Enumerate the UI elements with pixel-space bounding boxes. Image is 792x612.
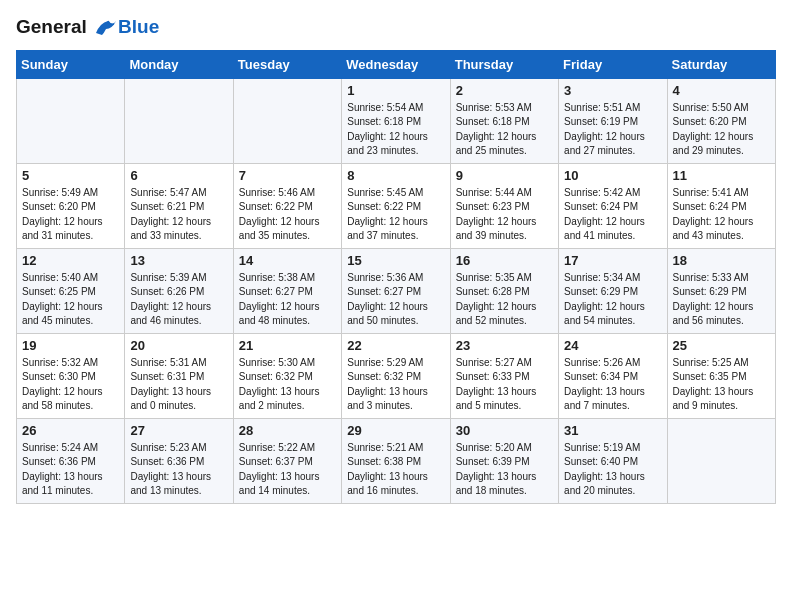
day-info: Sunrise: 5:45 AM Sunset: 6:22 PM Dayligh… [347, 186, 444, 244]
calendar-cell: 19Sunrise: 5:32 AM Sunset: 6:30 PM Dayli… [17, 333, 125, 418]
day-info: Sunrise: 5:24 AM Sunset: 6:36 PM Dayligh… [22, 441, 119, 499]
day-number: 27 [130, 423, 227, 438]
day-number: 13 [130, 253, 227, 268]
day-info: Sunrise: 5:53 AM Sunset: 6:18 PM Dayligh… [456, 101, 553, 159]
day-number: 5 [22, 168, 119, 183]
calendar-cell: 5Sunrise: 5:49 AM Sunset: 6:20 PM Daylig… [17, 163, 125, 248]
day-number: 19 [22, 338, 119, 353]
calendar-cell: 14Sunrise: 5:38 AM Sunset: 6:27 PM Dayli… [233, 248, 341, 333]
calendar-cell: 31Sunrise: 5:19 AM Sunset: 6:40 PM Dayli… [559, 418, 667, 503]
calendar-cell: 2Sunrise: 5:53 AM Sunset: 6:18 PM Daylig… [450, 78, 558, 163]
day-info: Sunrise: 5:26 AM Sunset: 6:34 PM Dayligh… [564, 356, 661, 414]
day-info: Sunrise: 5:50 AM Sunset: 6:20 PM Dayligh… [673, 101, 770, 159]
day-info: Sunrise: 5:31 AM Sunset: 6:31 PM Dayligh… [130, 356, 227, 414]
calendar-week-row: 1Sunrise: 5:54 AM Sunset: 6:18 PM Daylig… [17, 78, 776, 163]
calendar-cell: 1Sunrise: 5:54 AM Sunset: 6:18 PM Daylig… [342, 78, 450, 163]
calendar-cell: 10Sunrise: 5:42 AM Sunset: 6:24 PM Dayli… [559, 163, 667, 248]
calendar-cell [17, 78, 125, 163]
calendar-header-row: SundayMondayTuesdayWednesdayThursdayFrid… [17, 50, 776, 78]
day-info: Sunrise: 5:32 AM Sunset: 6:30 PM Dayligh… [22, 356, 119, 414]
day-info: Sunrise: 5:51 AM Sunset: 6:19 PM Dayligh… [564, 101, 661, 159]
day-number: 28 [239, 423, 336, 438]
calendar-cell: 12Sunrise: 5:40 AM Sunset: 6:25 PM Dayli… [17, 248, 125, 333]
day-number: 14 [239, 253, 336, 268]
day-info: Sunrise: 5:25 AM Sunset: 6:35 PM Dayligh… [673, 356, 770, 414]
calendar-cell: 21Sunrise: 5:30 AM Sunset: 6:32 PM Dayli… [233, 333, 341, 418]
logo: General Blue [16, 16, 159, 38]
day-info: Sunrise: 5:19 AM Sunset: 6:40 PM Dayligh… [564, 441, 661, 499]
calendar-week-row: 5Sunrise: 5:49 AM Sunset: 6:20 PM Daylig… [17, 163, 776, 248]
calendar-cell: 15Sunrise: 5:36 AM Sunset: 6:27 PM Dayli… [342, 248, 450, 333]
day-number: 7 [239, 168, 336, 183]
calendar-cell: 3Sunrise: 5:51 AM Sunset: 6:19 PM Daylig… [559, 78, 667, 163]
day-info: Sunrise: 5:36 AM Sunset: 6:27 PM Dayligh… [347, 271, 444, 329]
calendar-cell: 9Sunrise: 5:44 AM Sunset: 6:23 PM Daylig… [450, 163, 558, 248]
calendar-cell: 26Sunrise: 5:24 AM Sunset: 6:36 PM Dayli… [17, 418, 125, 503]
day-info: Sunrise: 5:47 AM Sunset: 6:21 PM Dayligh… [130, 186, 227, 244]
day-number: 2 [456, 83, 553, 98]
day-number: 11 [673, 168, 770, 183]
calendar-cell: 20Sunrise: 5:31 AM Sunset: 6:31 PM Dayli… [125, 333, 233, 418]
calendar-cell: 7Sunrise: 5:46 AM Sunset: 6:22 PM Daylig… [233, 163, 341, 248]
day-number: 18 [673, 253, 770, 268]
day-number: 4 [673, 83, 770, 98]
day-of-week-header: Saturday [667, 50, 775, 78]
day-of-week-header: Thursday [450, 50, 558, 78]
calendar-cell [233, 78, 341, 163]
day-info: Sunrise: 5:44 AM Sunset: 6:23 PM Dayligh… [456, 186, 553, 244]
page-header: General Blue [16, 16, 776, 38]
day-info: Sunrise: 5:22 AM Sunset: 6:37 PM Dayligh… [239, 441, 336, 499]
day-info: Sunrise: 5:39 AM Sunset: 6:26 PM Dayligh… [130, 271, 227, 329]
calendar-cell [667, 418, 775, 503]
day-info: Sunrise: 5:40 AM Sunset: 6:25 PM Dayligh… [22, 271, 119, 329]
day-info: Sunrise: 5:23 AM Sunset: 6:36 PM Dayligh… [130, 441, 227, 499]
day-info: Sunrise: 5:54 AM Sunset: 6:18 PM Dayligh… [347, 101, 444, 159]
logo-text: General [16, 16, 116, 38]
day-info: Sunrise: 5:33 AM Sunset: 6:29 PM Dayligh… [673, 271, 770, 329]
day-number: 15 [347, 253, 444, 268]
day-number: 12 [22, 253, 119, 268]
day-of-week-header: Tuesday [233, 50, 341, 78]
day-of-week-header: Friday [559, 50, 667, 78]
calendar-week-row: 26Sunrise: 5:24 AM Sunset: 6:36 PM Dayli… [17, 418, 776, 503]
calendar-cell: 30Sunrise: 5:20 AM Sunset: 6:39 PM Dayli… [450, 418, 558, 503]
calendar-cell: 4Sunrise: 5:50 AM Sunset: 6:20 PM Daylig… [667, 78, 775, 163]
day-info: Sunrise: 5:35 AM Sunset: 6:28 PM Dayligh… [456, 271, 553, 329]
day-info: Sunrise: 5:21 AM Sunset: 6:38 PM Dayligh… [347, 441, 444, 499]
day-of-week-header: Sunday [17, 50, 125, 78]
day-of-week-header: Wednesday [342, 50, 450, 78]
calendar-cell: 29Sunrise: 5:21 AM Sunset: 6:38 PM Dayli… [342, 418, 450, 503]
day-number: 3 [564, 83, 661, 98]
day-number: 16 [456, 253, 553, 268]
calendar-week-row: 12Sunrise: 5:40 AM Sunset: 6:25 PM Dayli… [17, 248, 776, 333]
day-info: Sunrise: 5:42 AM Sunset: 6:24 PM Dayligh… [564, 186, 661, 244]
calendar-cell: 28Sunrise: 5:22 AM Sunset: 6:37 PM Dayli… [233, 418, 341, 503]
calendar-cell [125, 78, 233, 163]
calendar-cell: 27Sunrise: 5:23 AM Sunset: 6:36 PM Dayli… [125, 418, 233, 503]
calendar-cell: 6Sunrise: 5:47 AM Sunset: 6:21 PM Daylig… [125, 163, 233, 248]
day-number: 6 [130, 168, 227, 183]
calendar-cell: 11Sunrise: 5:41 AM Sunset: 6:24 PM Dayli… [667, 163, 775, 248]
day-info: Sunrise: 5:27 AM Sunset: 6:33 PM Dayligh… [456, 356, 553, 414]
day-info: Sunrise: 5:20 AM Sunset: 6:39 PM Dayligh… [456, 441, 553, 499]
day-number: 31 [564, 423, 661, 438]
day-info: Sunrise: 5:38 AM Sunset: 6:27 PM Dayligh… [239, 271, 336, 329]
day-number: 17 [564, 253, 661, 268]
day-number: 1 [347, 83, 444, 98]
calendar-cell: 22Sunrise: 5:29 AM Sunset: 6:32 PM Dayli… [342, 333, 450, 418]
calendar-week-row: 19Sunrise: 5:32 AM Sunset: 6:30 PM Dayli… [17, 333, 776, 418]
calendar-cell: 8Sunrise: 5:45 AM Sunset: 6:22 PM Daylig… [342, 163, 450, 248]
day-number: 22 [347, 338, 444, 353]
calendar-cell: 25Sunrise: 5:25 AM Sunset: 6:35 PM Dayli… [667, 333, 775, 418]
logo-blue-text: Blue [118, 16, 159, 38]
calendar-table: SundayMondayTuesdayWednesdayThursdayFrid… [16, 50, 776, 504]
day-number: 26 [22, 423, 119, 438]
day-info: Sunrise: 5:46 AM Sunset: 6:22 PM Dayligh… [239, 186, 336, 244]
day-number: 30 [456, 423, 553, 438]
logo-bird-icon [94, 19, 116, 37]
day-of-week-header: Monday [125, 50, 233, 78]
day-number: 25 [673, 338, 770, 353]
calendar-cell: 13Sunrise: 5:39 AM Sunset: 6:26 PM Dayli… [125, 248, 233, 333]
day-number: 20 [130, 338, 227, 353]
day-info: Sunrise: 5:49 AM Sunset: 6:20 PM Dayligh… [22, 186, 119, 244]
